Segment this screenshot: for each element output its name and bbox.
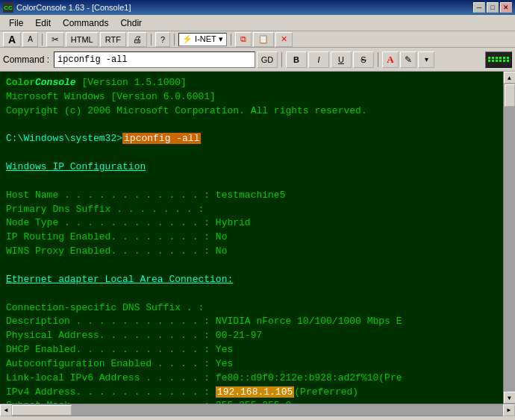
- maximize-button[interactable]: □: [487, 2, 499, 13]
- inet-label: ⚡ I-NET ▾: [182, 34, 223, 44]
- version-text: [Version 1.5.1000]: [76, 77, 187, 88]
- console-line-conn: Connection-specific DNS Suffix . :: [6, 301, 497, 316]
- console-line-node: Node Type . . . . . . . . . . . . : Hybr…: [6, 216, 497, 231]
- console-line-ipv6: Link-local IPv6 Address . . . . . : fe80…: [6, 372, 497, 386]
- console-line-dhcp: DHCP Enabled. . . . . . . . . . . : Yes: [6, 343, 497, 357]
- menubar: File Edit Commands Chdir: [0, 15, 515, 31]
- font-smaller-button[interactable]: A: [22, 32, 38, 47]
- sep4: [231, 34, 231, 46]
- command-input[interactable]: [54, 51, 255, 68]
- console-line-wip: Windows IP Configuration: [6, 160, 497, 175]
- text-color-button[interactable]: A: [382, 51, 399, 68]
- console-line-blank4: [6, 259, 497, 273]
- sep3: [174, 34, 175, 46]
- scroll-track[interactable]: [504, 84, 515, 392]
- console-line-dns: Primary Dns Suffix . . . . . . . :: [6, 203, 497, 217]
- toolbar: Command : GD B I U S A ✎ ▾: [0, 48, 515, 72]
- sep-t1: [281, 52, 282, 67]
- toolbar2: A A ✂ HTML RTF 🖨 ? ⚡ I-NET ▾ ⧉ 📋 ✕: [0, 31, 515, 48]
- console-line-eth: Ethernet adapter Local Area Connection:: [6, 273, 497, 287]
- rtf-button[interactable]: RTF: [100, 32, 126, 47]
- menu-file[interactable]: File: [3, 16, 29, 30]
- close-button[interactable]: ✕: [500, 2, 512, 13]
- console-output[interactable]: ColorConsole [Version 1.5.1000] Microsof…: [0, 72, 503, 404]
- console-line-hostname: Host Name . . . . . . . . . . . . : test…: [6, 189, 497, 203]
- scroll-thumb[interactable]: [505, 84, 515, 107]
- console-line-wins: WINS Proxy Enabled. . . . . . . . : No: [6, 245, 497, 259]
- menu-commands[interactable]: Commands: [57, 16, 114, 30]
- paste-button[interactable]: 📋: [253, 32, 274, 47]
- font-larger-button[interactable]: A: [3, 32, 21, 47]
- console-line-routing: IP Routing Enabled. . . . . . . . : No: [6, 231, 497, 245]
- horizontal-scrollbar[interactable]: ◀ ▶: [0, 404, 515, 416]
- titlebar: CC ColorConsole 1.63 - [Console1] ─ □ ✕: [0, 0, 515, 15]
- window-controls: ─ □ ✕: [473, 2, 512, 13]
- color-text: Color: [6, 77, 35, 88]
- console-line-subnet: Subnet Mask . . . . . . . . . . . : 255.…: [6, 399, 497, 404]
- console-line-ipv4: IPv4 Address. . . . . . . . . . . : 192.…: [6, 386, 497, 400]
- vertical-scrollbar[interactable]: ▲ ▼: [503, 72, 515, 404]
- app-icon: CC: [3, 2, 13, 13]
- go-button[interactable]: GD: [257, 51, 278, 68]
- console-line-phys: Physical Address. . . . . . . . . : 00-2…: [6, 329, 497, 343]
- scroll-left-arrow[interactable]: ◀: [0, 404, 12, 416]
- print-button[interactable]: 🖨: [128, 32, 147, 47]
- hscroll-thumb[interactable]: [12, 405, 72, 416]
- statusbar: Bereit / Ready: [0, 416, 515, 420]
- html-button[interactable]: HTML: [66, 32, 99, 47]
- color-dropdown-button[interactable]: ▾: [418, 51, 434, 68]
- console-line-blank3: [6, 175, 497, 189]
- strikethrough-button[interactable]: S: [353, 51, 374, 68]
- italic-button[interactable]: I: [308, 51, 329, 68]
- console-line-auto: Autoconfiguration Enabled . . . . : Yes: [6, 357, 497, 372]
- console-icon[interactable]: [485, 51, 512, 68]
- menu-chdir[interactable]: Chdir: [114, 16, 148, 30]
- sep2: [151, 34, 152, 46]
- main-area: ColorConsole [Version 1.5.1000] Microsof…: [0, 72, 515, 404]
- scroll-down-arrow[interactable]: ▼: [504, 392, 516, 404]
- hscroll-track[interactable]: [12, 404, 503, 416]
- grid-icon-btn: [485, 51, 512, 68]
- sep1: [42, 34, 43, 46]
- console-line-blank1: [6, 119, 497, 133]
- sep-t2: [378, 52, 378, 67]
- underline-button[interactable]: U: [331, 51, 352, 68]
- title-text: ColorConsole 1.63 - [Console1]: [16, 3, 473, 12]
- console-line-cmd: C:\Windows\system32>ipconfig -all: [6, 132, 497, 146]
- help-button[interactable]: ?: [155, 32, 170, 47]
- console-text: Console: [35, 77, 76, 88]
- console-line-blank5: [6, 287, 497, 301]
- copy-button[interactable]: ⧉: [235, 32, 252, 47]
- clear-button[interactable]: ✕: [275, 32, 293, 47]
- minimize-button[interactable]: ─: [473, 2, 485, 13]
- bold-button[interactable]: B: [286, 51, 307, 68]
- console-line-desc: Description . . . . . . . . . . . : NVID…: [6, 315, 497, 329]
- bg-color-button[interactable]: ✎: [400, 51, 416, 68]
- scissors-button[interactable]: ✂: [46, 32, 64, 47]
- console-line-blank2: [6, 146, 497, 160]
- console-line-3: Copyright (c) 2006 Microsoft Corporation…: [6, 104, 497, 119]
- menu-edit[interactable]: Edit: [29, 16, 57, 30]
- scroll-up-arrow[interactable]: ▲: [504, 72, 516, 84]
- console-line-1: ColorConsole [Version 1.5.1000]: [6, 76, 497, 90]
- inet-dropdown[interactable]: ⚡ I-NET ▾: [178, 33, 227, 46]
- scroll-right-arrow[interactable]: ▶: [503, 404, 515, 416]
- console-line-2: Microsoft Windows [Version 6.0.6001]: [6, 90, 497, 104]
- command-label: Command :: [3, 54, 49, 65]
